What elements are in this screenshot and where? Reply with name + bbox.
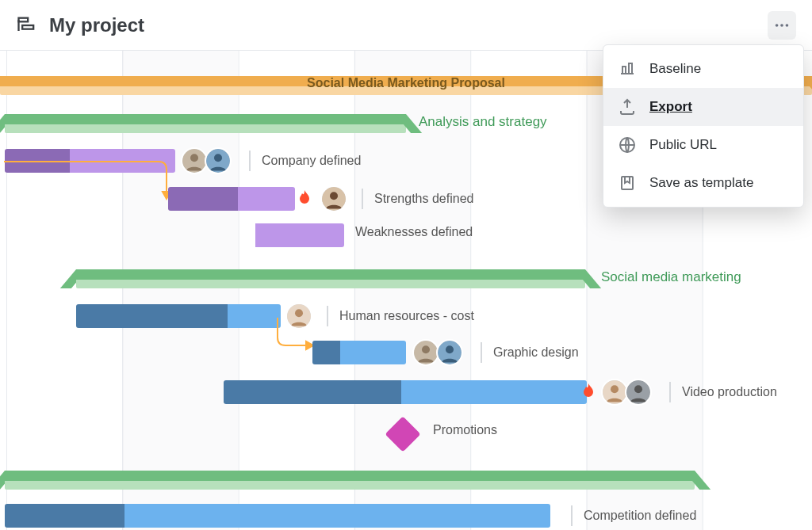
task-label: Human resources - cost xyxy=(316,306,474,326)
flame-icon xyxy=(579,380,598,402)
gantt-icon xyxy=(16,14,38,36)
svg-point-19 xyxy=(422,345,430,353)
task-label: Competition defined xyxy=(560,505,696,526)
avatar[interactable] xyxy=(181,147,208,174)
summary-label: Social media marketing xyxy=(601,269,741,285)
flame-icon xyxy=(295,187,314,209)
summary-bar[interactable] xyxy=(5,114,406,133)
task-label: Graphic design xyxy=(469,342,579,363)
svg-point-9 xyxy=(190,154,198,162)
globe-icon xyxy=(618,135,637,154)
summary-bar[interactable] xyxy=(76,269,585,288)
more-options-button[interactable] xyxy=(768,11,796,40)
task-bar[interactable] xyxy=(255,223,344,247)
baseline-icon xyxy=(618,59,637,78)
task-bar[interactable] xyxy=(168,187,295,211)
svg-point-25 xyxy=(634,385,642,393)
label-separator xyxy=(249,151,251,171)
page-title: My project xyxy=(49,14,144,36)
summary-bar[interactable] xyxy=(5,471,695,490)
milestone-label: Promotions xyxy=(433,423,497,437)
menu-item-label: Export xyxy=(649,99,692,115)
more-horizontal-icon xyxy=(773,17,791,34)
menu-item-save-template[interactable]: Save as template xyxy=(603,164,803,202)
task-label: Weaknesses defined xyxy=(355,225,473,239)
svg-point-3 xyxy=(776,24,779,27)
avatar[interactable] xyxy=(205,147,232,174)
menu-item-baseline[interactable]: Baseline xyxy=(603,50,803,88)
menu-item-label: Public URL xyxy=(649,137,717,153)
task-label: Strengths defined xyxy=(350,189,473,209)
svg-point-11 xyxy=(214,154,222,162)
menu-item-export[interactable]: Export xyxy=(603,88,803,126)
avatar[interactable] xyxy=(625,379,652,406)
avatar[interactable] xyxy=(601,379,628,406)
task-avatars xyxy=(412,339,463,366)
menu-item-label: Save as template xyxy=(649,175,753,191)
svg-rect-0 xyxy=(19,17,29,21)
svg-point-4 xyxy=(780,24,783,27)
export-icon xyxy=(618,97,637,116)
app-header: My project xyxy=(0,0,812,51)
task-bar[interactable] xyxy=(5,504,550,528)
task-avatars xyxy=(181,147,232,174)
svg-rect-7 xyxy=(622,177,633,189)
task-bar[interactable] xyxy=(76,304,281,328)
task-bar[interactable] xyxy=(224,380,587,404)
svg-rect-1 xyxy=(22,25,33,29)
task-avatars xyxy=(320,185,347,212)
task-bar[interactable] xyxy=(312,341,406,364)
svg-point-23 xyxy=(611,385,619,393)
task-label: Company defined xyxy=(238,151,361,171)
svg-point-5 xyxy=(786,24,789,27)
task-label: Video production xyxy=(658,382,777,402)
menu-item-label: Baseline xyxy=(649,61,701,77)
avatar[interactable] xyxy=(320,185,347,212)
summary-label: Analysis and strategy xyxy=(419,114,547,130)
svg-point-14 xyxy=(330,192,338,200)
svg-point-21 xyxy=(446,345,454,353)
more-options-menu: Baseline Export Public URL Save as templ… xyxy=(603,44,804,208)
menu-item-public-url[interactable]: Public URL xyxy=(603,126,803,164)
bookmark-icon xyxy=(618,173,637,193)
avatar[interactable] xyxy=(436,339,463,366)
avatar[interactable] xyxy=(412,339,439,366)
task-avatars xyxy=(601,379,652,406)
